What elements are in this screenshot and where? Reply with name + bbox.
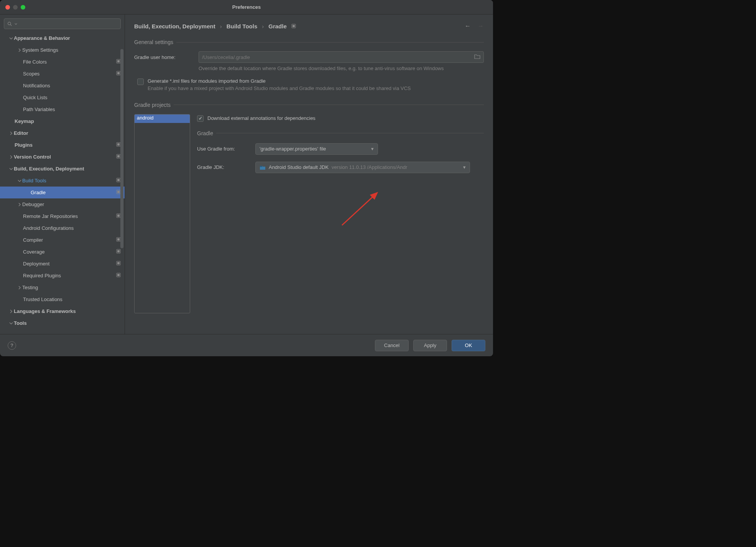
sidebar-item-editor[interactable]: Editor xyxy=(0,127,125,139)
ok-button[interactable]: OK xyxy=(452,340,485,351)
sidebar-item-label: Quick Lists xyxy=(23,95,48,100)
sidebar-item-build-execution-deployment[interactable]: Build, Execution, Deployment xyxy=(0,163,125,175)
use-gradle-from-label: Use Gradle from: xyxy=(197,146,250,152)
sidebar-item-trusted-locations[interactable]: Trusted Locations xyxy=(0,293,125,305)
sidebar-item-android-configurations[interactable]: Android Configurations xyxy=(0,222,125,234)
sidebar-item-label: Android Configurations xyxy=(23,225,74,231)
section-header-general: General settings xyxy=(134,38,484,46)
sidebar-item-label: Compiler xyxy=(23,237,43,243)
sidebar-item-plugins[interactable]: Plugins xyxy=(0,139,125,151)
sidebar: Appearance & BehaviorSystem SettingsFile… xyxy=(0,15,125,334)
chevron-down-icon xyxy=(15,23,17,25)
use-gradle-from-select[interactable]: 'gradle-wrapper.properties' file ▾ xyxy=(255,143,378,155)
sidebar-item-appearance-behavior[interactable]: Appearance & Behavior xyxy=(0,32,125,44)
svg-rect-17 xyxy=(117,238,120,241)
chevron-down-icon xyxy=(8,36,14,40)
search-input[interactable] xyxy=(4,18,121,29)
cancel-button[interactable]: Cancel xyxy=(375,340,409,351)
sidebar-item-build-tools[interactable]: Build Tools xyxy=(0,175,125,187)
gradle-user-home-input[interactable]: /Users/cecelia/.gradle xyxy=(199,51,484,63)
sidebar-item-quick-lists[interactable]: Quick Lists xyxy=(0,92,125,103)
breadcrumb-item[interactable]: Build Tools xyxy=(227,23,258,29)
folder-icon[interactable] xyxy=(474,54,480,60)
sidebar-item-label: Trusted Locations xyxy=(23,296,62,302)
sidebar-item-label: Editor xyxy=(14,130,28,136)
sidebar-item-required-plugins[interactable]: Required Plugins xyxy=(0,270,125,282)
breadcrumb: Build, Execution, Deployment › Build Too… xyxy=(134,23,296,29)
close-window-button[interactable] xyxy=(5,5,10,10)
gradle-jdk-label: Gradle JDK: xyxy=(197,164,250,170)
gradle-user-home-label: Gradle user home: xyxy=(134,54,192,60)
main-panel: Build, Execution, Deployment › Build Too… xyxy=(125,15,493,334)
sidebar-item-version-control[interactable]: Version Control xyxy=(0,151,125,163)
chevron-down-icon: ▾ xyxy=(463,164,466,170)
sidebar-item-path-variables[interactable]: Path Variables xyxy=(0,103,125,115)
chevron-down-icon: ▾ xyxy=(371,146,374,152)
svg-rect-26 xyxy=(260,166,262,167)
chevron-down-icon xyxy=(8,321,14,325)
sidebar-item-label: System Settings xyxy=(22,47,58,53)
svg-rect-23 xyxy=(117,274,120,276)
sidebar-item-tools[interactable]: Tools xyxy=(0,317,125,329)
sidebar-item-coverage[interactable]: Coverage xyxy=(0,246,125,258)
svg-rect-3 xyxy=(117,60,120,62)
sidebar-item-remote-jar-repositories[interactable]: Remote Jar Repositories xyxy=(0,210,125,222)
sidebar-item-notifications[interactable]: Notifications xyxy=(0,80,125,92)
sidebar-item-keymap[interactable]: Keymap xyxy=(0,115,125,127)
sidebar-item-file-colors[interactable]: File Colors xyxy=(0,56,125,68)
titlebar: Preferences xyxy=(0,0,493,15)
sidebar-item-label: File Colors xyxy=(23,59,47,65)
zoom-window-button[interactable] xyxy=(21,5,25,10)
svg-point-0 xyxy=(8,22,11,25)
breadcrumb-item: Gradle xyxy=(268,23,287,29)
generate-iml-checkbox[interactable] xyxy=(137,79,144,85)
sidebar-item-label: Notifications xyxy=(23,83,50,88)
chevron-right-icon xyxy=(8,155,14,159)
back-button[interactable]: ← xyxy=(465,23,471,29)
sidebar-item-label: Debugger xyxy=(22,201,44,207)
sidebar-item-label: Scopes xyxy=(23,71,39,77)
sidebar-item-label: Languages & Frameworks xyxy=(14,308,76,314)
minimize-window-button[interactable] xyxy=(13,5,18,10)
sidebar-item-deployment[interactable]: Deployment xyxy=(0,258,125,270)
svg-rect-13 xyxy=(117,191,120,193)
sidebar-item-label: Testing xyxy=(22,285,38,290)
gradle-projects-list[interactable]: android xyxy=(134,114,190,313)
sidebar-item-label: Version Control xyxy=(14,154,51,160)
breadcrumb-item[interactable]: Build, Execution, Deployment xyxy=(134,23,215,29)
sidebar-item-compiler[interactable]: Compiler xyxy=(0,234,125,246)
project-item[interactable]: android xyxy=(135,115,190,123)
svg-rect-5 xyxy=(117,72,120,74)
sidebar-item-label: Remote Jar Repositories xyxy=(23,213,78,219)
sidebar-item-debugger[interactable]: Debugger xyxy=(0,198,125,210)
sidebar-item-gradle[interactable]: Gradle xyxy=(0,187,125,198)
sidebar-item-scopes[interactable]: Scopes xyxy=(0,68,125,80)
section-header-projects: Gradle projects xyxy=(134,100,484,109)
chevron-down-icon xyxy=(17,179,22,183)
svg-rect-11 xyxy=(117,179,120,181)
svg-line-1 xyxy=(10,25,12,26)
chevron-down-icon xyxy=(8,167,14,171)
scrollbar-thumb[interactable] xyxy=(120,49,123,248)
project-badge-icon xyxy=(291,24,296,28)
apply-button[interactable]: Apply xyxy=(413,340,447,351)
sidebar-item-label: Appearance & Behavior xyxy=(14,35,70,41)
sidebar-item-languages-frameworks[interactable]: Languages & Frameworks xyxy=(0,305,125,317)
download-annotations-checkbox[interactable] xyxy=(197,115,204,122)
sidebar-item-label: Keymap xyxy=(15,118,34,124)
gradle-jdk-select[interactable]: Android Studio default JDK version 11.0.… xyxy=(255,162,470,173)
chevron-right-icon xyxy=(17,48,22,52)
sidebar-item-label: Build Tools xyxy=(22,178,46,183)
generate-iml-label: Generate *.iml files for modules importe… xyxy=(148,78,411,84)
forward-button: → xyxy=(478,23,484,29)
chevron-right-icon xyxy=(8,310,14,313)
sidebar-item-testing[interactable]: Testing xyxy=(0,282,125,293)
project-badge-icon xyxy=(116,261,121,267)
help-button[interactable]: ? xyxy=(8,341,16,350)
generate-iml-hint: Enable if you have a mixed project with … xyxy=(148,85,411,91)
project-badge-icon xyxy=(116,273,121,278)
footer: ? Cancel Apply OK xyxy=(0,334,493,356)
section-header-gradle: Gradle xyxy=(197,130,484,136)
sidebar-item-system-settings[interactable]: System Settings xyxy=(0,44,125,56)
settings-tree: Appearance & BehaviorSystem SettingsFile… xyxy=(0,32,125,334)
